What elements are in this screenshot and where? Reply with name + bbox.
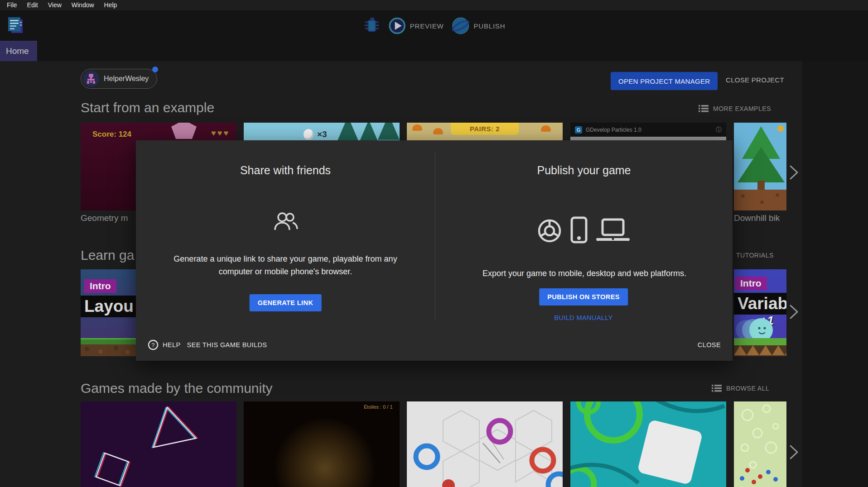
mushroom-sprite xyxy=(433,128,443,134)
community-card-rings[interactable] xyxy=(570,401,726,487)
menu-window[interactable]: Window xyxy=(67,0,99,10)
right-gutter xyxy=(802,61,868,487)
grass-strip xyxy=(734,338,786,345)
pentagon-shape xyxy=(171,123,197,139)
info-icon: ⓘ xyxy=(716,126,722,134)
chevron-right-icon[interactable] xyxy=(789,164,800,181)
build-manually-link[interactable]: BUILD MANUALLY xyxy=(554,314,612,321)
username: HelperWesley xyxy=(104,75,149,83)
chrome-browser-icon xyxy=(537,218,562,244)
browse-all-link[interactable]: BROWSE ALL xyxy=(712,384,769,392)
publish-title: Publish your game xyxy=(435,164,733,177)
intro-badge: Intro xyxy=(84,279,116,293)
dialog-footer: ? HELP SEE THIS GAME BUILDS CLOSE xyxy=(136,338,733,352)
list-icon xyxy=(699,105,709,113)
preview-label: PREVIEW xyxy=(410,22,444,30)
tree-sprite xyxy=(378,123,400,140)
gdevelop-window: File Edit View Window Help xyxy=(0,0,868,487)
community-card-neon[interactable] xyxy=(81,401,236,487)
learn-section-title: Learn ga xyxy=(81,248,134,263)
menu-view[interactable]: View xyxy=(43,0,67,10)
publish-sphere-icon xyxy=(451,16,470,35)
menu-bar: File Edit View Window Help xyxy=(0,0,868,10)
preview-button[interactable]: PREVIEW xyxy=(388,17,444,35)
see-game-builds-button[interactable]: SEE THIS GAME BUILDS xyxy=(187,341,267,349)
open-project-manager-button[interactable]: OPEN PROJECT MANAGER xyxy=(611,72,718,90)
intro-badge: Intro xyxy=(735,277,767,290)
pairs-banner: PAIRS: 2 xyxy=(451,123,519,135)
menu-help[interactable]: Help xyxy=(99,0,122,10)
user-chip[interactable]: HelperWesley xyxy=(81,69,157,89)
stars-hud-text: Étoiles : 0 / 1 xyxy=(364,404,393,410)
publish-button[interactable]: PUBLISH xyxy=(451,16,505,35)
play-circle-icon xyxy=(388,17,406,35)
publish-description: Export your game to mobile, desktop and … xyxy=(444,267,725,280)
close-project-button[interactable]: CLOSE PROJECT xyxy=(723,76,787,84)
caption-downhill-clip: Downhill bik xyxy=(734,213,786,225)
score-text: Score: 124 xyxy=(92,130,131,139)
close-label: CLOSE xyxy=(698,341,721,349)
avatar xyxy=(83,71,99,87)
robot-avatar-icon xyxy=(85,73,97,85)
neon-shapes xyxy=(81,401,236,487)
hexagon-rings xyxy=(407,401,563,487)
community-card-bubbles-clip xyxy=(734,401,786,487)
ball-sprite xyxy=(304,129,313,140)
gdevelop-mini-logo-icon: G xyxy=(575,126,582,134)
see-game-builds-label: SEE THIS GAME BUILDS xyxy=(187,341,267,349)
example-card-downhill[interactable] xyxy=(734,123,786,210)
multiplier-badge: ×3 xyxy=(317,129,327,139)
share-description-line1: Generate a unique link to share your gam… xyxy=(145,253,426,265)
tutorial-card-variables[interactable]: Intro Variab +1 xyxy=(734,269,786,356)
two-people-icon xyxy=(273,212,299,231)
caption-geometry-monster: Geometry m xyxy=(81,213,128,223)
community-section-title: Games made by the community xyxy=(81,381,273,396)
particles-header: G GDevelop Particles 1.0 ⓘ xyxy=(570,123,726,137)
publish-on-stores-button[interactable]: PUBLISH ON STORES xyxy=(539,288,628,306)
pine-tree-sprite xyxy=(738,147,785,182)
tutorials-link[interactable]: TUTORIALS xyxy=(736,252,774,259)
examples-section-title: Start from an example xyxy=(81,100,214,115)
tab-bar: Home xyxy=(0,41,868,61)
community-card-campfire[interactable]: Étoiles : 0 / 1 xyxy=(244,401,400,487)
tree-sprite xyxy=(337,123,359,142)
browse-all-label: BROWSE ALL xyxy=(726,385,769,392)
mushroom-sprite xyxy=(412,124,422,131)
notification-dot xyxy=(152,67,158,72)
platform-icons xyxy=(537,216,630,244)
share-title: Share with friends xyxy=(136,164,435,177)
main-toolbar: PREVIEW PUBLISH xyxy=(0,10,868,41)
menu-file[interactable]: File xyxy=(2,0,22,10)
more-examples-label: MORE EXAMPLES xyxy=(713,105,771,112)
chevron-right-icon[interactable] xyxy=(789,304,800,320)
menu-edit[interactable]: Edit xyxy=(22,0,43,10)
gdevelop-logo-icon xyxy=(6,16,24,35)
tutorial-card-variables-clip: Intro Variab +1 xyxy=(734,269,786,356)
campfire-glow xyxy=(244,401,400,487)
chevron-right-icon[interactable] xyxy=(789,444,800,460)
generate-link-button[interactable]: GENERATE LINK xyxy=(250,294,322,311)
help-label: HELP xyxy=(163,341,180,349)
mushroom-sprite xyxy=(541,125,551,132)
debug-icon[interactable] xyxy=(363,16,381,36)
particles-title: GDevelop Particles 1.0 xyxy=(586,127,716,133)
dirt-ground xyxy=(734,190,786,210)
tutorials-label: TUTORIALS xyxy=(736,252,774,259)
community-card-bubbles[interactable] xyxy=(734,401,786,487)
caption-downhill: Downhill bik xyxy=(734,213,780,223)
community-card-hexagons[interactable] xyxy=(407,401,563,487)
hearts-display: ♥♥♥ xyxy=(211,129,230,138)
laptop-icon xyxy=(596,218,630,244)
example-card-downhill-clip xyxy=(734,123,786,210)
share-description-line2: computer or mobile phone's browser. xyxy=(145,265,426,278)
tab-home[interactable]: Home xyxy=(0,41,37,61)
help-button[interactable]: ? HELP xyxy=(148,339,180,350)
help-circle-icon: ? xyxy=(148,339,159,350)
bubbles xyxy=(734,401,786,487)
dialog-divider xyxy=(435,152,435,320)
svg-text:?: ? xyxy=(151,342,155,349)
more-examples-link[interactable]: MORE EXAMPLES xyxy=(699,105,771,113)
share-description: Generate a unique link to share your gam… xyxy=(145,253,426,278)
close-dialog-button[interactable]: CLOSE xyxy=(698,341,721,349)
list-icon xyxy=(712,384,722,392)
